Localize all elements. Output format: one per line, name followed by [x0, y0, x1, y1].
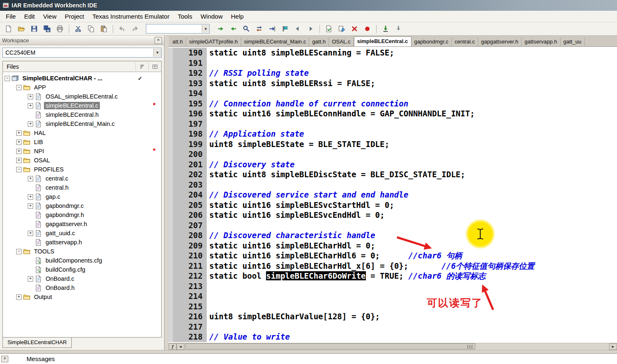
tab-gapbondmgr-c[interactable]: gapbondmgr.c: [411, 37, 452, 46]
code-text[interactable]: static uint16 simpleBLEConnHandle = GAP_…: [207, 108, 475, 119]
tab-simpleblecentral-main-c[interactable]: simpleBLECentral_Main.c: [241, 37, 310, 46]
tree-item-gatt-uuid-c[interactable]: +gatt_uuid.c: [3, 229, 161, 238]
scroll-left-icon[interactable]: ◄: [177, 343, 184, 350]
tree-item-buildcomponents-cfg[interactable]: buildComponents.cfg: [3, 256, 161, 265]
breakpoint-margin[interactable]: [169, 78, 173, 89]
hscroll-thumb[interactable]: [185, 343, 475, 350]
tab-simplegattprofile-h[interactable]: simpleGATTprofile.h: [186, 37, 241, 46]
breakpoint-margin[interactable]: [169, 169, 173, 180]
breakpoint-margin[interactable]: [169, 241, 173, 251]
breakpoint-margin[interactable]: [169, 281, 173, 292]
tab-gatt-uu[interactable]: gatt_uu: [561, 37, 585, 46]
breakpoint-margin[interactable]: [169, 159, 173, 170]
tree-item-lib[interactable]: +LIB: [3, 137, 161, 147]
code-text[interactable]: // Discovery state: [207, 159, 295, 170]
panel-splitter[interactable]: [165, 36, 169, 350]
tree-item-gapbondmgr-c[interactable]: +gapbondmgr.c: [3, 201, 161, 210]
code-text[interactable]: static uint8 simpleBLEDiscState = BLE_DI…: [207, 169, 465, 180]
menu-item-view[interactable]: View: [39, 11, 60, 22]
expand-icon[interactable]: +: [16, 149, 22, 154]
code-text[interactable]: // Discovered characteristic handle: [207, 230, 375, 241]
code-text[interactable]: [207, 220, 209, 231]
column-status-icon[interactable]: [135, 63, 148, 71]
expand-icon[interactable]: +: [16, 130, 22, 136]
tab-simpleblecentral-c[interactable]: simpleBLECentral.c: [354, 36, 411, 47]
collapse-icon[interactable]: −: [16, 167, 22, 172]
breakpoint-margin[interactable]: [169, 48, 173, 58]
dropdown-arrow-icon[interactable]: ▼: [202, 25, 209, 33]
save-all-button[interactable]: [41, 24, 53, 34]
collapse-icon[interactable]: −: [16, 85, 22, 90]
menu-item-edit[interactable]: Edit: [20, 11, 39, 22]
tab-osal-c[interactable]: OSAL.c: [329, 37, 354, 46]
code-text[interactable]: [207, 291, 209, 301]
undo-button[interactable]: [116, 24, 128, 34]
tree-item-hal[interactable]: +HAL: [3, 128, 161, 137]
collapse-icon[interactable]: −: [5, 76, 10, 81]
tree-item-simpleblecentral-main-c[interactable]: +simpleBLECentral_Main.c: [3, 119, 161, 128]
menu-item-file[interactable]: File: [2, 11, 20, 22]
download-and-debug-button[interactable]: [380, 24, 392, 34]
redo-button[interactable]: [129, 24, 141, 34]
code-text[interactable]: static uint16 simpleBLECharHdl6 = 0; //c…: [207, 251, 462, 261]
find-combo[interactable]: ▼: [146, 24, 210, 34]
tree-item-buildconfig-cfg[interactable]: buildConfig.cfg: [3, 265, 161, 274]
code-area[interactable]: 190static uint8 simpleBLEScanning = FALS…: [169, 47, 617, 343]
tree-item-central-c[interactable]: +central.c: [3, 174, 161, 183]
breakpoint-margin[interactable]: [169, 190, 173, 200]
find-in-files-button[interactable]: [240, 24, 252, 34]
code-text[interactable]: [207, 149, 209, 159]
code-text[interactable]: static uint8 simpleBLEScanning = FALSE;: [207, 48, 394, 58]
tab-central-c[interactable]: central.c: [452, 37, 478, 46]
tree-item-onboard-c[interactable]: +OnBoard.c: [3, 274, 161, 283]
expand-icon[interactable]: +: [16, 140, 22, 145]
breakpoint-margin[interactable]: [169, 230, 173, 241]
code-text[interactable]: static uint16 simpleBLECharHdl = 0;: [207, 241, 375, 251]
toggle-bookmark-button[interactable]: [279, 24, 291, 34]
bottom-splitter[interactable]: [0, 350, 617, 353]
breakpoint-margin[interactable]: [169, 311, 173, 322]
tree-item-profiles[interactable]: −PROFILES: [3, 165, 161, 174]
breakpoint-margin[interactable]: [169, 210, 173, 220]
compile-button[interactable]: [323, 24, 335, 34]
collapse-icon[interactable]: −: [16, 249, 22, 254]
breakpoint-margin[interactable]: [169, 322, 173, 332]
tab-att-h[interactable]: att.h: [169, 37, 186, 46]
breakpoint-margin[interactable]: [169, 68, 173, 78]
code-text[interactable]: static uint16 simpleBLESvcEndHdl = 0;: [207, 210, 385, 220]
breakpoint-margin[interactable]: [169, 108, 173, 119]
breakpoint-margin[interactable]: [169, 200, 173, 210]
cut-button[interactable]: [72, 24, 84, 34]
breakpoint-margin[interactable]: [169, 99, 173, 109]
breakpoint-margin[interactable]: [169, 88, 173, 99]
scroll-right-icon[interactable]: ►: [609, 343, 617, 350]
config-selector[interactable]: CC2540EM ▼: [2, 48, 162, 58]
new-document-button[interactable]: [2, 24, 15, 34]
breakpoint-margin[interactable]: [169, 271, 173, 281]
breakpoint-margin[interactable]: [169, 119, 173, 129]
column-output-icon[interactable]: [148, 63, 161, 71]
expand-icon[interactable]: +: [28, 231, 33, 236]
tree-item-tools[interactable]: −TOOLS: [3, 247, 161, 256]
tree-item-gap-c[interactable]: +gap.c: [3, 192, 161, 201]
code-text[interactable]: [207, 322, 209, 332]
code-text[interactable]: static bool simpleBLEChar6DoWrite = TRUE…: [207, 271, 486, 281]
tree-item-output[interactable]: +Output: [3, 292, 161, 301]
find-previous-button[interactable]: [227, 24, 240, 34]
function-list-button[interactable]: ƒ: [169, 343, 177, 350]
messages-close-icon[interactable]: ×: [1, 356, 8, 362]
tree-item-gapgattserver-h[interactable]: gapgattserver.h: [3, 219, 161, 229]
menu-item-tools[interactable]: Tools: [174, 11, 196, 22]
tab-gattservapp-h[interactable]: gattservapp.h: [522, 37, 561, 46]
workspace-tab-simpleblecentralchar[interactable]: SimpleBLECentralCHAR: [2, 337, 72, 348]
toggle-breakpoint-button[interactable]: [361, 24, 373, 34]
code-text[interactable]: // Discovered service start and end hand…: [207, 190, 408, 200]
breakpoint-margin[interactable]: [169, 251, 173, 261]
stop-build-button[interactable]: [348, 24, 361, 34]
tree-item-simpleblecentral-c[interactable]: +simpleBLECentral.c*: [3, 101, 161, 110]
code-text[interactable]: [207, 180, 209, 190]
workspace-close-icon[interactable]: ×: [155, 37, 162, 44]
tree-item-simpleblecentral-h[interactable]: simpleBLECentral.h: [3, 110, 161, 119]
replace-button[interactable]: [253, 24, 265, 34]
breakpoint-margin[interactable]: [169, 149, 173, 159]
